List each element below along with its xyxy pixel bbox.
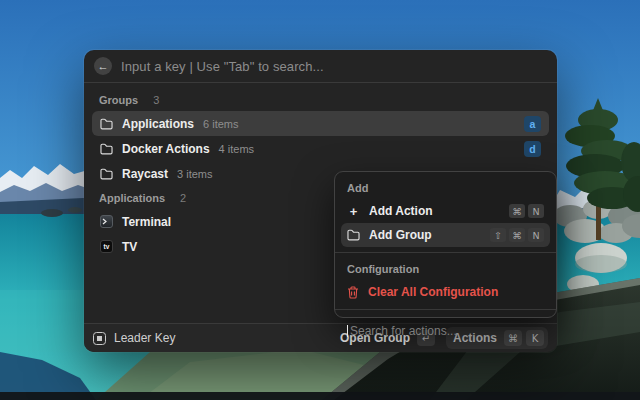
popover-section-configuration: Configuration [341,258,550,280]
section-title: Applications [99,192,165,204]
shortcut-keys: ⌘ N [509,204,544,218]
folder-icon [100,118,113,130]
trash-icon [347,286,359,299]
key-badge: d [524,141,541,157]
item-label: TV [122,240,137,254]
trash-icon [347,286,359,299]
app-name: Leader Key [114,331,175,345]
menu-item-label: Add Action [369,204,433,218]
item-label: Applications [122,117,194,131]
list-item-docker-actions[interactable]: Docker Actions 4 items d [92,136,549,161]
item-meta: 4 items [219,143,254,155]
menu-item-add-action[interactable]: + Add Action ⌘ N [341,199,550,223]
terminal-prompt-icon [102,218,111,226]
section-count: 2 [180,192,186,204]
item-label: Raycast [122,167,168,181]
key-badge: a [524,116,541,132]
folder-icon [100,168,113,180]
shift-key-icon: ⇧ [490,228,506,242]
menu-item-clear-all-configuration[interactable]: Clear All Configuration [341,280,550,304]
back-button[interactable]: ← [94,57,112,75]
section-count: 3 [153,94,159,106]
folder-icon [100,143,113,155]
list-item-applications[interactable]: Applications 6 items a [92,111,549,136]
search-input[interactable]: Input a key | Use "Tab" to search... [121,59,324,74]
popover-search-input[interactable]: Search for actions... [341,315,550,341]
tv-icon: tv [100,240,113,253]
command-key-icon: ⌘ [509,228,525,242]
item-meta: 6 items [203,118,238,130]
folder-icon [100,118,113,130]
command-key-icon: ⌘ [509,204,525,218]
divider [335,252,556,253]
n-key-icon: N [528,228,544,242]
tv-app-icon: tv [100,240,113,253]
section-groups: Groups 3 [92,88,549,111]
actions-popover: Add + Add Action ⌘ N Add Group ⇧ ⌘ N Con… [334,171,557,318]
item-meta: 3 items [177,168,212,180]
menu-item-add-group[interactable]: Add Group ⇧ ⌘ N [341,223,550,247]
folder-icon [347,229,360,241]
terminal-app-icon [100,215,113,228]
menu-item-label: Add Group [369,228,432,242]
menu-item-label: Clear All Configuration [368,285,498,299]
divider [335,309,556,310]
section-title: Groups [99,94,138,106]
text-caret [347,325,348,337]
item-label: Docker Actions [122,142,210,156]
shortcut-keys: ⇧ ⌘ N [490,228,544,242]
folder-icon [100,168,113,180]
folder-icon [347,229,360,241]
n-key-icon: N [528,204,544,218]
search-bar[interactable]: ← Input a key | Use "Tab" to search... [84,50,557,83]
popover-search-placeholder: Search for actions... [350,324,457,338]
folder-icon [100,143,113,155]
terminal-icon [100,215,113,228]
item-label: Terminal [122,215,171,229]
leader-key-app-icon [93,332,106,345]
popover-section-add: Add [341,177,550,199]
arrow-left-icon: ← [98,60,109,72]
plus-icon: + [347,204,360,219]
